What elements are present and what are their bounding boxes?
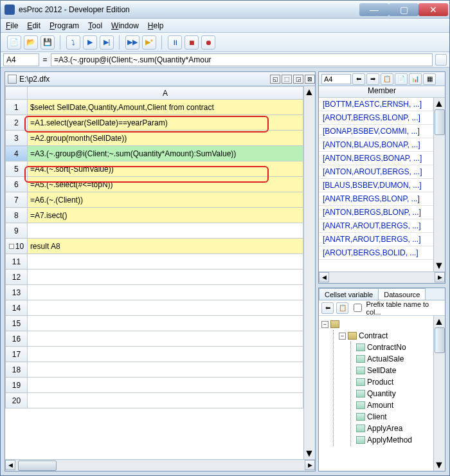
datasource-tree[interactable]: −−ContractContractNoActualSaleSellDatePr… — [319, 316, 433, 471]
member-item[interactable]: [ANTON,BLAUS,BONAP, ...] — [319, 138, 433, 152]
tree-field[interactable]: Amount — [356, 399, 431, 411]
member-item[interactable]: [BLAUS,BSBEV,DUMON, ...] — [319, 179, 433, 192]
grid-cell[interactable]: $select SellDate,Quantity,Amount,Client … — [27, 100, 303, 115]
grid-cell[interactable] — [27, 347, 303, 362]
grid-cell[interactable] — [27, 270, 303, 285]
row-header[interactable]: 8 — [6, 208, 28, 223]
member-copy-button[interactable]: 📋 — [381, 73, 393, 85]
formula-input[interactable]: =A3.(~.group@i(Client;~.sum(Quantity*Amo… — [51, 53, 433, 66]
grid-cell[interactable]: =A1.select(year(SellDate)==yearParam) — [27, 115, 303, 131]
grid-cell[interactable]: result A8 — [27, 239, 303, 254]
ds-copy-button[interactable]: 📋 — [336, 302, 348, 314]
menu-window[interactable]: Window — [111, 21, 139, 30]
collapse-icon[interactable]: − — [321, 321, 328, 328]
grid-cell[interactable] — [27, 316, 303, 331]
scroll-thumb[interactable] — [435, 109, 445, 135]
formula-expand-button[interactable] — [435, 54, 447, 66]
grid-cell[interactable] — [27, 331, 303, 347]
row-header[interactable]: 20 — [6, 393, 28, 408]
menu-edit[interactable]: Edit — [27, 21, 40, 30]
scroll-right-icon[interactable]: ▶ — [435, 272, 445, 282]
row-header[interactable]: 1 — [6, 100, 28, 115]
tree-field[interactable]: Client — [356, 411, 431, 423]
tree-field[interactable]: ContractNo — [356, 342, 431, 353]
scroll-left-icon[interactable]: ◀ — [5, 460, 15, 470]
grid-cell[interactable] — [27, 285, 303, 300]
member-item[interactable]: [ANTON,BERGS,BLONP, ...] — [319, 206, 433, 219]
scroll-right-icon[interactable]: ▶ — [305, 460, 315, 470]
row-header[interactable]: 15 — [6, 316, 28, 331]
scroll-thumb[interactable] — [435, 327, 445, 353]
grid-vertical-scrollbar[interactable]: ▲ ▼ — [303, 86, 315, 459]
menu-program[interactable]: Program — [50, 21, 79, 30]
grid-cell[interactable]: =A4.(~.sort(-SumValue)) — [27, 161, 303, 177]
tree-field[interactable]: ApplyArea — [356, 423, 431, 434]
cell-grid[interactable]: A 1$select SellDate,Quantity,Amount,Clie… — [5, 86, 303, 459]
row-header[interactable]: 11 — [6, 254, 28, 270]
member-cellref[interactable]: A4 — [321, 74, 351, 84]
open-button[interactable]: 📂 — [24, 35, 38, 50]
scroll-down-icon[interactable]: ▼ — [434, 459, 445, 471]
tree-vertical-scrollbar[interactable]: ▲ ▼ — [433, 316, 445, 471]
member-item[interactable]: [BOTTM,EASTC,ERNSH, ...] — [319, 98, 433, 111]
scroll-thumb[interactable] — [18, 461, 57, 471]
menu-tool[interactable]: Tool — [88, 21, 102, 30]
cell-reference-input[interactable]: A4 — [3, 53, 39, 66]
close-button[interactable]: ✕ — [419, 3, 448, 16]
row-header[interactable]: 3 — [6, 131, 28, 146]
row-header[interactable]: 2 — [6, 115, 28, 131]
scroll-up-icon[interactable]: ▲ — [304, 86, 315, 98]
nav-forward-button[interactable]: ➡ — [366, 73, 379, 85]
member-chart-button[interactable]: 📊 — [409, 73, 422, 85]
member-item[interactable]: [ANATR,AROUT,BERGS, ...] — [319, 219, 433, 233]
doc-max-button[interactable]: ◲ — [293, 75, 303, 84]
grid-horizontal-scrollbar[interactable]: ◀ ▶ — [5, 459, 315, 471]
ds-back-button[interactable]: ⬅ — [321, 302, 334, 314]
doc-restore-button[interactable]: ⬚ — [282, 75, 292, 84]
scroll-down-icon[interactable]: ▼ — [434, 260, 445, 271]
member-list[interactable]: [BOTTM,EASTC,ERNSH, ...][AROUT,BERGS,BLO… — [319, 98, 433, 271]
step-into-button[interactable]: ⤵ — [66, 35, 80, 50]
collapse-icon[interactable]: − — [339, 333, 346, 340]
member-item[interactable]: [AROUT,BERGS,BLONP, ...] — [319, 111, 433, 125]
column-header-a[interactable]: A — [27, 87, 303, 100]
skip-button[interactable]: ▶* — [142, 35, 156, 50]
prefix-checkbox[interactable] — [354, 304, 362, 312]
row-header[interactable]: 16 — [6, 331, 28, 347]
pause-button[interactable]: ⏸ — [168, 35, 182, 50]
member-item[interactable]: [ANATR,BERGS,BLONP, ...] — [319, 192, 433, 206]
menu-help[interactable]: Help — [148, 21, 164, 30]
minimize-button[interactable]: — — [359, 3, 389, 16]
row-header[interactable]: 6 — [6, 177, 28, 192]
tree-root[interactable]: − — [321, 318, 431, 330]
stop-button[interactable]: ⏹ — [184, 35, 199, 50]
maximize-button[interactable]: ▢ — [389, 3, 419, 16]
nav-back-button[interactable]: ⬅ — [352, 73, 365, 85]
save-button[interactable]: 💾 — [40, 35, 55, 50]
member-paste-button[interactable]: 📄 — [395, 73, 408, 85]
grid-cell[interactable] — [27, 223, 303, 239]
grid-cell[interactable]: =A5.(~.select(#<=topN)) — [27, 177, 303, 192]
doc-min-button[interactable]: ◱ — [270, 75, 280, 84]
row-header[interactable]: 10 — [6, 239, 28, 254]
row-header[interactable]: 13 — [6, 285, 28, 300]
row-header[interactable]: 17 — [6, 347, 28, 362]
member-horizontal-scrollbar[interactable]: ◀ ▶ — [319, 271, 445, 283]
doc-close-button[interactable]: ⊠ — [305, 75, 315, 84]
grid-cell[interactable] — [27, 378, 303, 393]
grid-cell[interactable] — [27, 393, 303, 408]
tree-field[interactable]: ApplyMethod — [356, 434, 431, 446]
tree-field[interactable]: Product — [356, 376, 431, 388]
member-vertical-scrollbar[interactable]: ▲ ▼ — [433, 98, 445, 271]
row-header[interactable]: 12 — [6, 270, 28, 285]
scroll-down-icon[interactable]: ▼ — [304, 448, 315, 459]
member-item[interactable]: [ANTON,AROUT,BERGS, ...] — [319, 165, 433, 179]
new-button[interactable]: 📄 — [7, 35, 21, 50]
scroll-left-icon[interactable]: ◀ — [319, 272, 329, 282]
row-header[interactable]: 7 — [6, 192, 28, 208]
tab-cellset-variable[interactable]: Cellset variable — [319, 288, 379, 300]
tree-field[interactable]: Quantity — [356, 388, 431, 399]
menu-file[interactable]: File — [6, 21, 18, 30]
fast-forward-button[interactable]: ▶▶ — [125, 35, 140, 50]
row-header[interactable]: 18 — [6, 362, 28, 378]
